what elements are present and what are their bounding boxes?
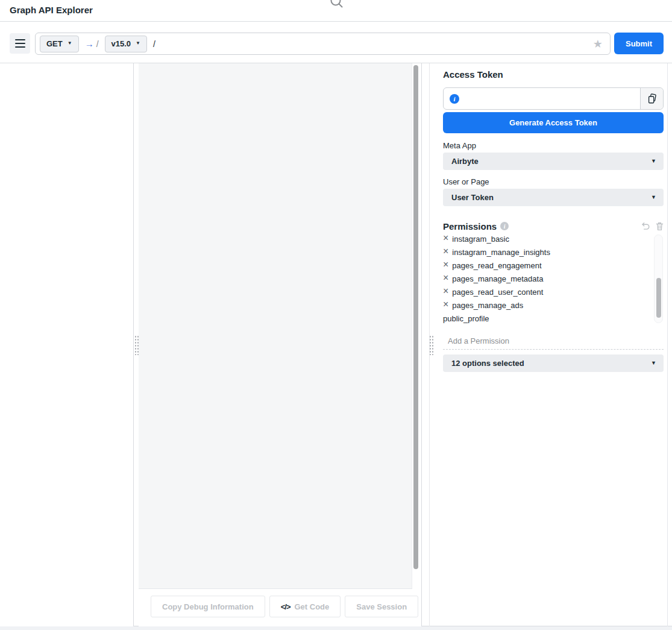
api-version-value: v15.0 xyxy=(111,39,131,48)
right-resize-handle[interactable] xyxy=(429,335,433,355)
chevron-down-icon: ▼ xyxy=(136,40,140,46)
get-code-button[interactable]: </> Get Code xyxy=(269,596,341,617)
copy-icon xyxy=(647,93,658,105)
remove-permission-icon[interactable]: × xyxy=(443,286,448,296)
user-or-page-label: User or Page xyxy=(443,177,489,186)
permission-label: public_profile xyxy=(443,314,489,323)
permissions-scrollbar-track xyxy=(654,235,663,323)
options-selected-count: 12 options selected xyxy=(451,359,524,368)
request-path: / xyxy=(153,39,155,49)
chevron-down-icon: ▼ xyxy=(651,360,656,366)
chevron-down-icon: ▼ xyxy=(651,194,656,200)
remove-permission-icon[interactable]: × xyxy=(443,234,448,243)
meta-app-selected: Airbyte xyxy=(451,157,479,166)
permission-label: pages_manage_ads xyxy=(452,301,523,310)
chevron-down-icon: ▼ xyxy=(651,158,656,164)
left-sidebar xyxy=(0,63,134,626)
search-icon[interactable] xyxy=(329,0,345,9)
permission-row: × pages_manage_metadata xyxy=(443,272,651,285)
access-token-heading: Access Token xyxy=(443,69,503,80)
access-token-input[interactable] xyxy=(464,88,640,109)
meta-app-dropdown[interactable]: Airbyte ▼ xyxy=(443,153,664,170)
permission-row: public_profile xyxy=(443,312,651,324)
submit-button[interactable]: Submit xyxy=(614,33,664,54)
trash-icon xyxy=(656,222,664,231)
permission-label: instagram_manage_insights xyxy=(452,248,550,257)
clear-permissions-button[interactable] xyxy=(656,222,664,231)
left-resize-handle[interactable] xyxy=(134,335,139,355)
permission-label: pages_manage_metadata xyxy=(452,274,543,283)
permission-label: pages_read_user_content xyxy=(452,288,543,297)
permission-row: × instagram_basic xyxy=(443,234,651,245)
permission-row: × pages_read_engagement xyxy=(443,259,651,272)
copy-debug-information-button[interactable]: Copy Debug Information xyxy=(151,596,265,617)
remove-permission-icon[interactable]: × xyxy=(443,260,448,269)
undo-icon xyxy=(641,222,650,231)
right-edge-border xyxy=(667,63,668,626)
remove-permission-icon[interactable]: × xyxy=(443,273,448,283)
copy-token-button[interactable] xyxy=(640,88,663,109)
meta-app-label: Meta App xyxy=(443,141,476,150)
hamburger-icon xyxy=(15,39,25,40)
remove-permission-icon[interactable]: × xyxy=(443,300,448,309)
remove-permission-icon[interactable]: × xyxy=(443,247,448,256)
info-icon: i xyxy=(500,222,509,230)
permission-row: × instagram_manage_insights xyxy=(443,245,651,259)
access-token-panel: Access Token i Generate Access Token Met… xyxy=(443,63,664,626)
permission-row: × pages_read_user_content xyxy=(443,285,651,298)
session-footer-bar: Copy Debug Information </> Get Code Save… xyxy=(139,589,421,626)
query-editor-pane xyxy=(139,63,412,589)
generate-access-token-button[interactable]: Generate Access Token xyxy=(443,112,664,133)
save-session-button[interactable]: Save Session xyxy=(345,596,418,617)
permissions-heading: Permissions xyxy=(443,221,497,232)
api-version-dropdown[interactable]: v15.0 ▼ xyxy=(105,36,147,52)
main-content: Copy Debug Information </> Get Code Save… xyxy=(0,63,672,626)
title-bar: Graph API Explorer xyxy=(0,0,672,22)
permissions-header: Permissions i xyxy=(443,220,664,232)
dashed-separator xyxy=(443,349,664,350)
chevron-down-icon: ▼ xyxy=(68,40,72,46)
undo-permissions-button[interactable] xyxy=(641,222,650,231)
user-or-page-dropdown[interactable]: User Token ▼ xyxy=(443,189,664,206)
path-slash: / xyxy=(96,39,99,49)
permissions-summary-dropdown[interactable]: 12 options selected ▼ xyxy=(443,354,664,372)
http-method-value: GET xyxy=(46,39,63,48)
code-icon: </> xyxy=(281,602,290,611)
permissions-list: × instagram_basic × instagram_manage_ins… xyxy=(443,234,651,324)
arrow-right-icon: → xyxy=(85,39,94,49)
access-token-field: i xyxy=(443,87,664,110)
page-title: Graph API Explorer xyxy=(10,5,93,15)
permission-row: × pages_manage_ads xyxy=(443,298,651,312)
permission-label: instagram_basic xyxy=(452,235,509,244)
favorite-star-icon[interactable]: ★ xyxy=(593,39,603,49)
permission-label: pages_read_engagement xyxy=(452,261,541,270)
menu-button[interactable] xyxy=(10,33,30,54)
editor-scrollbar[interactable] xyxy=(413,65,418,569)
graph-api-explorer-app: Graph API Explorer GET ▼ → / v15.0 ▼ / ★… xyxy=(0,0,672,626)
http-method-dropdown[interactable]: GET ▼ xyxy=(40,36,79,52)
request-toolbar: GET ▼ → / v15.0 ▼ / ★ Submit xyxy=(0,22,672,63)
query-results-panel: Copy Debug Information </> Get Code Save… xyxy=(139,63,422,626)
request-url-bar[interactable]: GET ▼ → / v15.0 ▼ / ★ xyxy=(35,33,611,55)
permissions-scrollbar[interactable] xyxy=(656,278,661,318)
add-permission-input[interactable] xyxy=(443,333,664,348)
user-or-page-selected: User Token xyxy=(451,193,494,202)
info-icon: i xyxy=(450,94,459,104)
